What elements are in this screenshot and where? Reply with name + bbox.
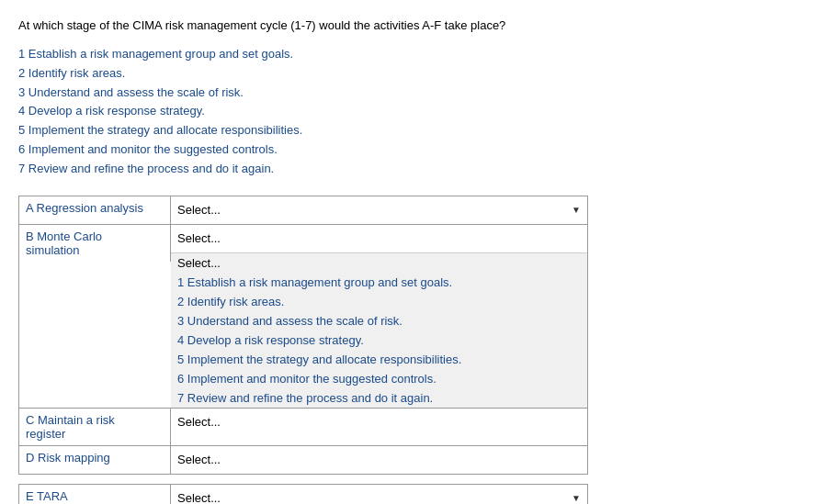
table-row-c: C Maintain a risk register Select...: [19, 409, 587, 446]
activity-b-select-header[interactable]: Select...: [171, 225, 587, 252]
activity-b-label-line1: B Monte Carlo: [26, 230, 102, 243]
stage-item-5: 5 Implement the strategy and allocate re…: [18, 121, 798, 140]
stage-item-4: 4 Develop a risk response strategy.: [18, 102, 798, 121]
stage-item-2: 2 Identify risk areas.: [18, 64, 798, 84]
activity-a-select-value: Select...: [177, 203, 221, 217]
activity-c-select-value: Select...: [177, 415, 221, 429]
activity-c-select[interactable]: Select...: [171, 409, 587, 436]
dropdown-item-placeholder[interactable]: Select...: [171, 253, 587, 273]
dropdown-item-6[interactable]: 6 Implement and monitor the suggested co…: [171, 369, 587, 388]
dropdown-item-1[interactable]: 1 Establish a risk management group and …: [171, 273, 587, 292]
table-row-d: D Risk mapping Select...: [19, 446, 587, 474]
activity-a-label: A Regression analysis: [19, 196, 171, 224]
activity-c-select-box[interactable]: Select...: [171, 409, 587, 436]
dropdown-item-7[interactable]: 7 Review and refine the process and do i…: [171, 388, 587, 408]
table-row-e: E TARA Select... ▼: [18, 484, 588, 504]
stage-item-7: 7 Review and refine the process and do i…: [18, 160, 798, 179]
dropdown-item-3[interactable]: 3 Understand and assess the scale of ris…: [171, 311, 587, 330]
activity-e-select[interactable]: Select... ▼: [171, 485, 587, 504]
activity-d-select-box[interactable]: Select...: [171, 446, 587, 474]
table-row-b: B Monte Carlo simulation Select... Selec…: [19, 225, 587, 409]
stage-item-3: 3 Understand and assess the scale of ris…: [18, 84, 798, 103]
dropdown-item-2[interactable]: 2 Identify risk areas.: [171, 292, 587, 311]
activity-c-label: C Maintain a risk register: [19, 409, 171, 445]
activity-d-select[interactable]: Select...: [171, 446, 587, 474]
activity-b-label: B Monte Carlo simulation: [19, 225, 171, 262]
question-text: At which stage of the CIMA risk manageme…: [18, 18, 798, 32]
stages-list: 1 Establish a risk management group and …: [18, 45, 798, 179]
activity-e-arrow-icon: ▼: [572, 493, 581, 503]
stage-item-6: 6 Implement and monitor the suggested co…: [18, 140, 798, 160]
dropdown-item-5[interactable]: 5 Implement the strategy and allocate re…: [171, 350, 587, 369]
activity-a-select[interactable]: Select... ▼: [171, 196, 587, 224]
activities-table: A Regression analysis Select... ▼ B Mont…: [18, 196, 588, 475]
activity-b-dropdown[interactable]: Select... Select... 1 Establish a risk m…: [171, 225, 587, 408]
activity-d-label: D Risk mapping: [19, 446, 171, 474]
activity-c-label-line2: register: [26, 427, 65, 441]
stage-item-1: 1 Establish a risk management group and …: [18, 45, 798, 64]
activity-b-select-value: Select...: [177, 231, 221, 245]
activity-a-arrow-icon: ▼: [572, 205, 581, 215]
activity-b-label-line2: simulation: [26, 243, 80, 257]
activity-e-label: E TARA: [19, 485, 171, 504]
activity-c-label-line1: C Maintain a risk: [26, 413, 115, 427]
activity-b-dropdown-list: Select... 1 Establish a risk management …: [171, 252, 587, 408]
dropdown-item-4[interactable]: 4 Develop a risk response strategy.: [171, 330, 587, 350]
activity-e-select-value: Select...: [177, 491, 221, 504]
activity-e-select-box[interactable]: Select... ▼: [171, 485, 587, 504]
activity-a-select-box[interactable]: Select... ▼: [171, 196, 587, 224]
activity-d-select-value: Select...: [177, 453, 221, 466]
table-row-a: A Regression analysis Select... ▼: [19, 196, 587, 225]
